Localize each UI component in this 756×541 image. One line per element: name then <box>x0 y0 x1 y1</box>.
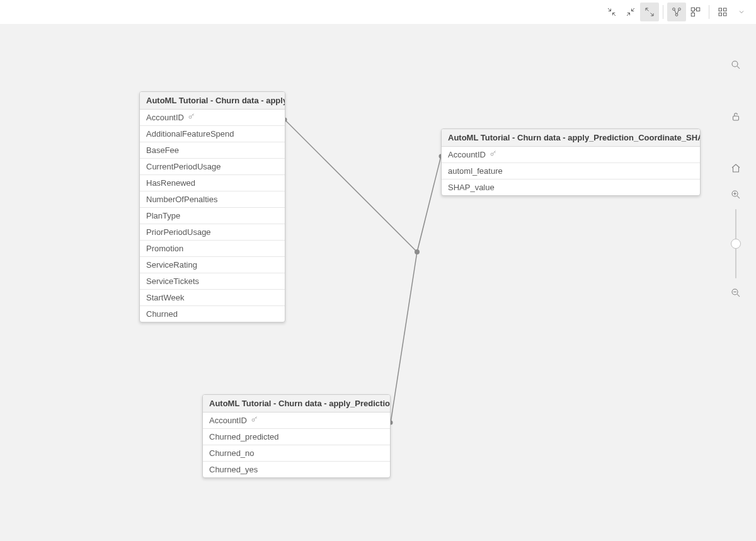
zoom-controls <box>726 185 745 302</box>
collapse-all-button[interactable] <box>602 3 621 21</box>
svg-point-8 <box>675 14 678 16</box>
field-label: PlanType <box>146 211 180 220</box>
toolbar-group-layout <box>713 3 751 21</box>
svg-point-24 <box>189 116 192 118</box>
svg-line-5 <box>651 13 654 16</box>
home-button[interactable] <box>726 159 745 178</box>
collapse-icon <box>606 6 617 18</box>
unlock-icon <box>730 111 742 122</box>
table-field[interactable]: NumberOfPenalties <box>140 191 285 208</box>
svg-line-9 <box>675 10 677 14</box>
field-label: CurrentPeriodUsage <box>146 162 221 171</box>
table-header[interactable]: AutoML Tutorial - Churn data - apply_Pre… <box>203 395 390 413</box>
table-field[interactable]: Churned_predicted <box>203 429 390 445</box>
home-icon <box>730 162 742 174</box>
table-field[interactable]: AdditionalFeatureSpend <box>140 126 285 142</box>
toolbar-group-mode <box>667 3 705 21</box>
svg-line-4 <box>646 8 649 11</box>
field-label: Churned_yes <box>209 465 258 474</box>
field-label: AccountID <box>209 416 247 425</box>
svg-line-1 <box>613 13 616 16</box>
field-label: AccountID <box>146 113 184 122</box>
svg-line-0 <box>608 8 611 11</box>
table-field[interactable]: AccountID <box>140 110 285 126</box>
table-field[interactable]: AccountID <box>442 147 700 163</box>
svg-line-37 <box>737 196 740 198</box>
field-label: NumberOfPenalties <box>146 195 217 204</box>
zoom-out-icon <box>730 287 742 299</box>
field-label: AccountID <box>448 150 486 159</box>
toolbar-divider <box>709 5 709 19</box>
svg-line-32 <box>256 418 257 419</box>
table-box[interactable]: AutoML Tutorial - Churn data - apply_Pre… <box>202 394 391 478</box>
key-icon <box>251 416 258 425</box>
zoom-out-button[interactable] <box>726 283 745 302</box>
field-label: ServiceRating <box>146 260 197 270</box>
svg-rect-17 <box>724 8 727 11</box>
field-label: BaseFee <box>146 145 179 155</box>
table-field[interactable]: Churned <box>140 306 285 322</box>
svg-rect-12 <box>697 8 700 11</box>
svg-line-41 <box>737 294 740 297</box>
table-field[interactable]: HasRenewed <box>140 175 285 191</box>
table-field[interactable]: Churned_yes <box>203 462 390 477</box>
reduce-button[interactable] <box>621 3 640 21</box>
svg-rect-18 <box>719 13 722 16</box>
table-field[interactable]: ServiceRating <box>140 257 285 273</box>
svg-line-26 <box>193 115 194 116</box>
data-model-toolbar <box>0 0 756 25</box>
svg-point-23 <box>415 249 420 254</box>
expand-all-button[interactable] <box>640 3 659 21</box>
toolbar-group-view <box>602 3 659 21</box>
zoom-slider-thumb[interactable] <box>731 239 741 249</box>
field-label: Promotion <box>146 244 183 253</box>
zoom-in-button[interactable] <box>726 185 745 204</box>
svg-rect-11 <box>691 8 694 11</box>
svg-line-3 <box>627 13 630 16</box>
table-box[interactable]: AutoML Tutorial - Churn data - applyAcco… <box>139 91 285 322</box>
toolbar-divider <box>663 5 663 19</box>
table-field[interactable]: Churned_no <box>203 445 390 462</box>
table-field[interactable]: AccountID <box>203 413 390 429</box>
links-icon <box>671 6 682 18</box>
svg-line-2 <box>632 8 635 11</box>
zoom-slider[interactable] <box>735 209 736 278</box>
table-field[interactable]: automl_feature <box>442 163 700 179</box>
table-header[interactable]: AutoML Tutorial - Churn data - apply <box>140 92 285 110</box>
svg-point-27 <box>491 153 493 156</box>
side-tools <box>723 55 748 302</box>
data-model-canvas[interactable]: AutoML Tutorial - Churn data - applyAcco… <box>0 24 756 541</box>
field-label: automl_feature <box>448 166 503 176</box>
table-header[interactable]: AutoML Tutorial - Churn data - apply_Pre… <box>442 129 700 147</box>
field-label: ServiceTickets <box>146 276 199 286</box>
layout-button[interactable] <box>713 3 732 21</box>
table-field[interactable]: Promotion <box>140 241 285 257</box>
field-label: StartWeek <box>146 293 184 302</box>
table-field[interactable]: PriorPeriodUsage <box>140 224 285 241</box>
expand-icon <box>644 6 655 18</box>
table-field[interactable]: PlanType <box>140 208 285 224</box>
field-label: Churned <box>146 309 178 319</box>
table-box[interactable]: AutoML Tutorial - Churn data - apply_Pre… <box>441 128 701 196</box>
internal-view-button[interactable] <box>686 3 705 21</box>
table-field[interactable]: ServiceTickets <box>140 273 285 290</box>
svg-line-29 <box>495 152 496 153</box>
svg-rect-13 <box>691 13 694 16</box>
svg-point-30 <box>252 419 255 421</box>
field-label: PriorPeriodUsage <box>146 227 211 237</box>
svg-point-33 <box>732 61 738 67</box>
table-field[interactable]: BaseFee <box>140 142 285 159</box>
layout-menu-button[interactable] <box>732 3 751 21</box>
field-label: SHAP_value <box>448 183 495 192</box>
show-links-button[interactable] <box>667 3 686 21</box>
field-label: Churned_no <box>209 448 255 458</box>
table-field[interactable]: SHAP_value <box>442 179 700 195</box>
field-label: Churned_predicted <box>209 432 279 441</box>
svg-line-10 <box>677 10 679 14</box>
svg-rect-19 <box>724 13 727 16</box>
table-field[interactable]: StartWeek <box>140 290 285 306</box>
unlock-button[interactable] <box>726 107 745 126</box>
table-field[interactable]: CurrentPeriodUsage <box>140 159 285 175</box>
search-button[interactable] <box>726 55 745 74</box>
key-icon <box>490 150 497 159</box>
